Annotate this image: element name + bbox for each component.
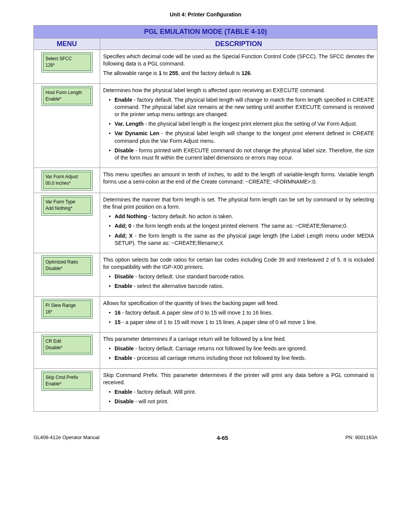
menu-item-value: Add Nothing* bbox=[46, 205, 88, 212]
desc-cell: This menu specifies an amount in tenth o… bbox=[100, 168, 378, 193]
menu-box: Host Form LengthEnable* bbox=[41, 86, 92, 106]
footer-right: PN: 9001163A bbox=[345, 435, 378, 441]
desc-intro: This option selects bar code ratios for … bbox=[103, 256, 374, 271]
menu-box: Var Form Adjust00.0 inches* bbox=[41, 170, 92, 190]
desc-cell: Allows for specification of the quantity… bbox=[100, 296, 378, 332]
desc-intro: Allows for specification of the quantity… bbox=[103, 300, 374, 307]
desc-bullet: Enable - factory default. The physical l… bbox=[115, 96, 374, 118]
menu-box: Skip Cmd PrefixEnable* bbox=[41, 371, 92, 391]
desc-bullet: Enable - processs all carriage returns i… bbox=[115, 355, 374, 362]
menu-box: PI Slew Range16* bbox=[41, 299, 92, 319]
menu-item-value: Disable* bbox=[46, 345, 88, 351]
menu-item-name: Host Form Length bbox=[46, 89, 88, 96]
footer-center: 4-65 bbox=[217, 435, 228, 441]
desc-intro: This menu specifies an amount in tenth o… bbox=[103, 171, 374, 185]
menu-box-inner: CR EditDisable* bbox=[43, 336, 91, 353]
desc-bullet: Var Dynamic Len - the physical label len… bbox=[115, 130, 374, 144]
menu-box: CR EditDisable* bbox=[41, 335, 92, 355]
desc-extra: The allowable range is 1 to 255, and the… bbox=[103, 70, 374, 77]
menu-cell: Skip Cmd PrefixEnable* bbox=[34, 368, 100, 412]
desc-bullets: Enable - factory default. Will print.Dis… bbox=[103, 388, 374, 405]
desc-bullet: Add; X - the form length is the same as … bbox=[115, 232, 374, 247]
menu-item-name: Var Form Type bbox=[46, 199, 88, 205]
menu-item-value: 16* bbox=[46, 309, 88, 315]
desc-intro: Skip Command Prefix. This parameter dete… bbox=[103, 372, 374, 386]
menu-item-name: CR Edit bbox=[46, 338, 88, 345]
desc-intro: Determines how the physical label length… bbox=[103, 87, 374, 94]
desc-cell: This option selects bar code ratios for … bbox=[100, 253, 378, 296]
menu-item-value: 00.0 inches* bbox=[46, 180, 88, 187]
desc-bullet: Disable - forms printed with EXECUTE com… bbox=[115, 147, 374, 161]
menu-item-name: Var Form Adjust bbox=[46, 174, 88, 180]
desc-bullet: 16 - factory default. A paper slew of 0 … bbox=[115, 309, 374, 316]
footer-left: GL408-412e Operator Manual bbox=[33, 435, 99, 441]
menu-box-inner: Var Form TypeAdd Nothing* bbox=[43, 197, 91, 214]
config-table: PGL EMULATION MODE (TABLE 4-10) MENU DES… bbox=[33, 25, 378, 412]
menu-item-value: 126* bbox=[46, 62, 88, 69]
menu-box-inner: Host Form LengthEnable* bbox=[43, 88, 91, 105]
menu-cell: Select SFCC126* bbox=[34, 50, 100, 84]
desc-bullets: Add Nothing - factory default. No action… bbox=[103, 213, 374, 247]
desc-bullet: Disable - factory default. Carriage retu… bbox=[115, 345, 374, 352]
desc-bullet: Add Nothing - factory default. No action… bbox=[115, 213, 374, 220]
menu-item-name: Skip Cmd Prefix bbox=[46, 374, 88, 381]
menu-item-name: PI Slew Range bbox=[46, 302, 88, 309]
menu-cell: Optimized RatioDisable* bbox=[34, 253, 100, 296]
desc-cell: Determines the manner that form length i… bbox=[100, 193, 378, 253]
desc-bullets: Disable - factory default. Carriage retu… bbox=[103, 345, 374, 362]
menu-box-inner: Var Form Adjust00.0 inches* bbox=[43, 172, 91, 189]
menu-cell: CR EditDisable* bbox=[34, 332, 100, 369]
menu-box: Optimized RatioDisable* bbox=[41, 256, 92, 276]
col-desc-header: DESCRIPTION bbox=[100, 38, 378, 50]
desc-intro: Determines the manner that form length i… bbox=[103, 196, 374, 211]
menu-item-value: Enable* bbox=[46, 381, 88, 387]
menu-box-inner: PI Slew Range16* bbox=[43, 300, 91, 318]
desc-bullets: Disable - factory default. Use standard … bbox=[103, 273, 374, 290]
col-menu-header: MENU bbox=[34, 38, 100, 50]
menu-box-inner: Optimized RatioDisable* bbox=[43, 257, 91, 274]
desc-cell: Specifies which decimal code will be use… bbox=[100, 50, 378, 84]
menu-box: Select SFCC126* bbox=[41, 52, 92, 72]
menu-item-name: Select SFCC bbox=[46, 56, 88, 62]
menu-item-value: Enable* bbox=[46, 96, 88, 102]
menu-cell: Host Form LengthEnable* bbox=[34, 83, 100, 168]
desc-bullet: Disable - will not print. bbox=[115, 398, 374, 405]
desc-intro: This parameter determines if a carriage … bbox=[103, 335, 374, 343]
desc-cell: This parameter determines if a carriage … bbox=[100, 332, 378, 369]
menu-box: Var Form TypeAdd Nothing* bbox=[41, 195, 92, 216]
desc-cell: Determines how the physical label length… bbox=[100, 83, 378, 168]
table-title: PGL EMULATION MODE (TABLE 4-10) bbox=[34, 26, 378, 38]
desc-intro: Specifies which decimal code will be use… bbox=[103, 53, 374, 67]
menu-cell: Var Form Adjust00.0 inches* bbox=[34, 168, 100, 193]
desc-bullets: Enable - factory default. The physical l… bbox=[103, 96, 374, 161]
menu-box-inner: Skip Cmd PrefixEnable* bbox=[43, 372, 91, 390]
menu-item-value: Disable* bbox=[46, 265, 88, 272]
desc-bullet: Disable - factory default. Use standard … bbox=[115, 273, 374, 280]
desc-bullet: Enable - select the alternative barcode … bbox=[115, 283, 374, 290]
menu-cell: Var Form TypeAdd Nothing* bbox=[34, 193, 100, 253]
desc-cell: Skip Command Prefix. This parameter dete… bbox=[100, 368, 378, 412]
desc-bullet: 15 - a paper slew of 1 to 15 will move 1… bbox=[115, 319, 374, 326]
desc-bullet: Var. Length - the physical label length … bbox=[115, 120, 374, 128]
menu-cell: PI Slew Range16* bbox=[34, 296, 100, 332]
page-header: Unit 4: Printer Configuration bbox=[33, 11, 378, 18]
desc-bullets: 16 - factory default. A paper slew of 0 … bbox=[103, 309, 374, 326]
menu-box-inner: Select SFCC126* bbox=[43, 54, 91, 71]
desc-bullet: Enable - factory default. Will print. bbox=[115, 388, 374, 396]
menu-item-name: Optimized Ratio bbox=[46, 259, 88, 265]
page-footer: GL408-412e Operator Manual 4-65 PN: 9001… bbox=[33, 435, 378, 441]
desc-bullet: Add; 0 - the form length ends at the lon… bbox=[115, 222, 374, 230]
